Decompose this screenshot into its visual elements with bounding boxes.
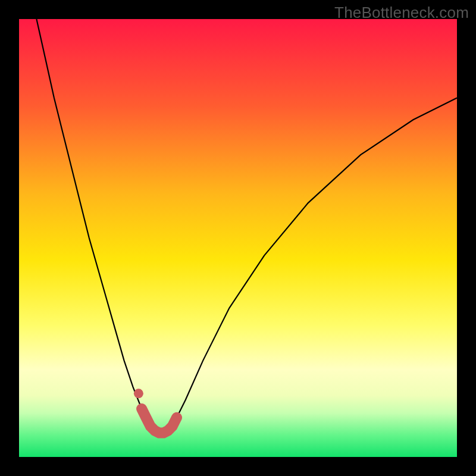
chart-svg	[19, 19, 457, 457]
highlight-band-path	[142, 409, 177, 433]
watermark-text: TheBottleneck.com	[334, 4, 469, 22]
chart-plot-area	[19, 19, 457, 457]
bottleneck-curve-line	[36, 19, 457, 433]
highlight-dot	[134, 389, 143, 398]
